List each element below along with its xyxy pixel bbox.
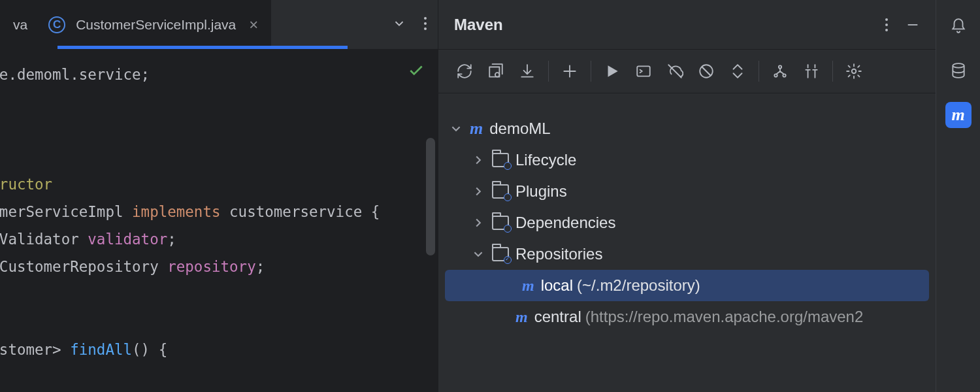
editor-body[interactable]: package com.example.demoml.service; @Req… <box>0 49 438 363</box>
download-sources-icon[interactable] <box>512 56 543 87</box>
maven-project-label: demoML <box>489 120 550 138</box>
svg-point-4 <box>885 24 888 26</box>
toggle-offline-icon[interactable] <box>659 56 691 87</box>
svg-point-1 <box>424 22 427 25</box>
folder-dependencies-icon <box>492 216 509 230</box>
dependencies-label: Dependencies <box>515 214 615 232</box>
svg-point-0 <box>424 17 427 20</box>
reload-icon[interactable] <box>449 56 480 87</box>
tab-dropdown-icon[interactable] <box>392 16 406 33</box>
repo-central-path: (https://repo.maven.apache.org/maven2 <box>585 308 864 326</box>
maven-minimize-icon[interactable] <box>906 18 920 32</box>
editor-tab-active[interactable]: C CustomerServiceImpl.java × <box>35 0 271 49</box>
maven-tool-window: Maven m demoML Lifecycle Plugins Dep <box>438 0 936 392</box>
plugins-label: Plugins <box>515 182 567 201</box>
editor-scrollbar[interactable] <box>426 138 435 255</box>
repo-local-name: local <box>541 276 573 295</box>
execute-icon[interactable] <box>628 56 659 87</box>
editor-tab-label: CustomerServiceImpl.java <box>76 17 236 33</box>
maven-tree: m demoML Lifecycle Plugins Dependencies … <box>438 93 936 392</box>
chevron-right-icon[interactable] <box>471 153 485 167</box>
svg-point-2 <box>424 27 427 30</box>
dependencies-node[interactable]: Dependencies <box>438 207 936 238</box>
maven-icon: m <box>470 119 483 139</box>
settings-icon[interactable] <box>838 56 870 87</box>
repo-central-name: central <box>534 308 581 326</box>
maven-project-node[interactable]: m demoML <box>438 113 936 144</box>
repositories-node[interactable]: Repositories <box>438 238 936 270</box>
inspection-ok-icon[interactable] <box>408 62 425 84</box>
chevron-right-icon[interactable] <box>471 184 485 199</box>
class-file-icon: C <box>48 16 65 33</box>
lifecycle-label: Lifecycle <box>515 151 576 169</box>
folder-gear-icon <box>492 153 509 167</box>
notifications-icon[interactable] <box>945 13 972 39</box>
tab-bar-actions <box>271 0 438 49</box>
folder-gear-icon <box>492 184 509 199</box>
tab-more-icon[interactable] <box>423 16 427 33</box>
tab-close-icon[interactable]: × <box>249 16 258 34</box>
add-icon[interactable] <box>554 56 585 87</box>
plugins-node[interactable]: Plugins <box>438 176 936 207</box>
code-area[interactable]: package com.example.demoml.service; @Req… <box>0 61 438 363</box>
svg-rect-7 <box>637 66 650 76</box>
maven-repo-icon: m <box>522 277 534 295</box>
show-deps-icon[interactable] <box>764 56 796 87</box>
chevron-down-icon[interactable] <box>449 122 463 136</box>
editor-tab-bar: va C CustomerServiceImpl.java × <box>0 0 438 49</box>
repo-local-node[interactable]: m local (~/.m2/repository) <box>445 270 929 301</box>
chevron-right-icon[interactable] <box>471 216 485 230</box>
collapse-icon[interactable] <box>722 56 753 87</box>
database-icon[interactable] <box>945 57 972 84</box>
editor-pane: va C CustomerServiceImpl.java × package … <box>0 0 438 392</box>
svg-point-12 <box>852 69 857 74</box>
folder-check-icon <box>492 247 509 261</box>
maven-header: Maven <box>438 0 936 49</box>
skip-tests-icon[interactable] <box>691 56 722 87</box>
lifecycle-node[interactable]: Lifecycle <box>438 144 936 176</box>
svg-point-13 <box>953 63 964 68</box>
svg-point-3 <box>885 18 888 21</box>
show-options-icon[interactable] <box>796 56 827 87</box>
svg-point-5 <box>885 29 888 31</box>
run-icon[interactable] <box>596 56 628 87</box>
repo-central-node[interactable]: m central (https://repo.maven.apache.org… <box>438 301 936 333</box>
maven-tool-icon[interactable]: m <box>945 102 972 128</box>
maven-options-icon[interactable] <box>885 17 889 33</box>
chevron-down-icon[interactable] <box>471 247 485 261</box>
maven-repo-icon: m <box>515 308 528 326</box>
editor-tab-prev[interactable]: va <box>0 0 35 49</box>
maven-toolbar <box>438 49 936 93</box>
right-tool-strip: m <box>936 0 980 392</box>
generate-sources-icon[interactable] <box>480 56 512 87</box>
repo-local-path: (~/.m2/repository) <box>577 276 700 295</box>
repositories-label: Repositories <box>515 245 602 263</box>
editor-tab-prev-label: va <box>13 17 27 33</box>
maven-title: Maven <box>454 16 503 34</box>
svg-point-6 <box>495 73 500 77</box>
